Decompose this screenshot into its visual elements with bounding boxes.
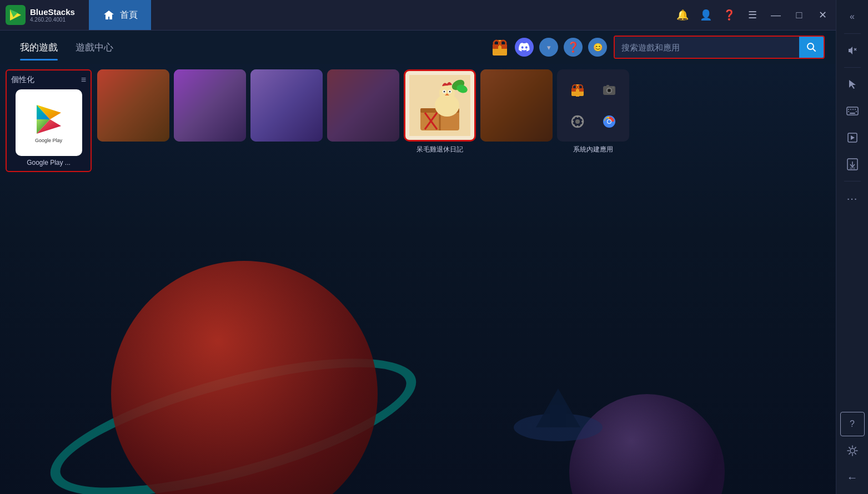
settings-sidebar-btn[interactable] [840, 438, 865, 463]
svg-line-9 [813, 49, 816, 52]
menu-btn[interactable]: ☰ [745, 7, 760, 23]
keyboard-btn[interactable] [840, 99, 865, 123]
panel-title: 個性化 [11, 75, 34, 85]
planet1 [111, 261, 378, 494]
right-sidebar: « [836, 0, 868, 494]
title-bar: BlueStacks 4.260.20.4001 首頁 🔔 👤 ❓ ☰ — □ … [0, 0, 836, 31]
app-item-chicken[interactable]: 呆毛雞退休日記 [404, 69, 476, 154]
app-icon-4 [327, 69, 399, 142]
chicken-game-icon-wrapper [404, 69, 476, 142]
more-btn[interactable]: ··· [840, 186, 865, 210]
svg-rect-48 [581, 120, 584, 122]
svg-rect-12 [550, 405, 566, 427]
bluestacks-logo-icon [6, 5, 26, 25]
panel-header: 個性化 ≡ [11, 75, 86, 85]
app-item-3[interactable] [250, 69, 323, 145]
nav-icons: ▾ ❓ 😊 [490, 38, 607, 57]
title-bar-left: BlueStacks 4.260.20.4001 首頁 [0, 0, 255, 30]
system-apps-label: 系統內建應用 [573, 145, 613, 154]
app-item-5[interactable] [480, 69, 553, 145]
chevron-down-icon[interactable]: ▾ [539, 38, 558, 57]
svg-rect-47 [571, 120, 574, 122]
home-tab-label: 首頁 [120, 9, 138, 21]
svg-marker-58 [849, 80, 856, 89]
gift-btn[interactable] [490, 38, 509, 57]
svg-marker-68 [851, 135, 855, 140]
app-version: 4.260.20.4001 [30, 17, 75, 23]
main-area: BlueStacks 4.260.20.4001 首頁 🔔 👤 ❓ ☰ — □ … [0, 0, 836, 494]
cursor-btn[interactable] [840, 72, 865, 97]
apps-row: 呆毛雞退休日記 [97, 69, 830, 154]
app-logo: BlueStacks 4.260.20.4001 [0, 5, 89, 25]
app-icon-1 [97, 69, 169, 142]
chrome-sys-icon [594, 107, 624, 136]
svg-point-28 [449, 91, 451, 93]
chicken-game-label: 呆毛雞退休日記 [417, 145, 463, 154]
apk-btn[interactable]: APK [840, 152, 865, 177]
personalization-panel: 個性化 ≡ [6, 69, 92, 172]
tab-my-games[interactable]: 我的遊戲 [11, 37, 67, 58]
svg-text:APK: APK [849, 167, 855, 170]
tab-game-center[interactable]: 遊戲中心 [67, 37, 122, 58]
spaceship-silhouette [503, 383, 614, 450]
svg-point-7 [500, 41, 506, 46]
notification-btn[interactable]: 🔔 [675, 7, 690, 23]
close-btn[interactable]: ✕ [815, 7, 830, 23]
system-apps-item[interactable]: 系統內建應用 [557, 69, 629, 154]
sidebar-divider-2 [844, 67, 861, 68]
svg-point-40 [608, 89, 610, 92]
maximize-btn[interactable]: □ [791, 7, 807, 23]
svg-point-55 [608, 120, 611, 123]
google-play-label: Google Play ... [27, 159, 71, 167]
sidebar-divider-3 [844, 181, 861, 182]
user-btn[interactable]: 👤 [698, 7, 714, 23]
svg-rect-46 [576, 125, 578, 128]
back-sidebar-btn[interactable]: ← [840, 465, 865, 490]
chicken-game-svg [409, 75, 470, 136]
nav-right: ▾ ❓ 😊 [122, 36, 825, 59]
svg-point-6 [494, 41, 499, 46]
svg-point-44 [575, 119, 580, 124]
content-area: 個性化 ≡ [0, 64, 836, 494]
google-play-app-item[interactable]: Google Play Google Play ... [11, 89, 86, 167]
svg-rect-45 [576, 115, 578, 118]
volume-btn[interactable] [840, 38, 865, 63]
app-item-1[interactable] [97, 69, 169, 145]
app-name-block: BlueStacks 4.260.20.4001 [30, 7, 75, 23]
app-icon-3 [250, 69, 323, 142]
svg-rect-41 [606, 85, 609, 87]
svg-point-27 [444, 91, 445, 93]
discord-btn[interactable] [515, 38, 534, 57]
minimize-btn[interactable]: — [768, 7, 784, 23]
search-input[interactable] [615, 37, 799, 58]
search-container [614, 36, 825, 59]
app-icon-5 [480, 69, 553, 142]
title-bar-right: 🔔 👤 ❓ ☰ — □ ✕ [255, 7, 836, 23]
app-item-4[interactable] [327, 69, 399, 145]
help-btn[interactable]: ❓ [721, 7, 737, 23]
app-icon-2 [174, 69, 246, 142]
home-tab[interactable]: 首頁 [89, 0, 151, 30]
google-play-text-label: Google Play [35, 138, 62, 143]
svg-point-72 [850, 448, 855, 453]
app-item-2[interactable] [174, 69, 246, 145]
search-button[interactable] [799, 37, 824, 58]
google-play-triangle [32, 103, 66, 136]
gamepad-btn[interactable] [840, 125, 865, 150]
gear-sys-icon [563, 107, 592, 136]
sidebar-expand-btn[interactable]: « [840, 4, 865, 29]
panel-settings-icon[interactable]: ≡ [81, 75, 86, 85]
user-circle-btn[interactable]: 😊 [588, 38, 607, 57]
system-apps-grid [557, 69, 629, 142]
google-play-icon-wrapper: Google Play [16, 89, 82, 156]
question-circle-btn[interactable]: ❓ [564, 38, 583, 57]
home-icon [102, 8, 116, 22]
app-name: BlueStacks [30, 7, 75, 17]
help-sidebar-btn[interactable]: ? [840, 412, 865, 436]
nav-bar: 我的遊戲 遊戲中心 [0, 31, 836, 64]
camera-sys-icon [594, 75, 624, 104]
sidebar-divider-1 [844, 33, 861, 34]
gift-sys-icon [563, 75, 592, 104]
svg-point-42 [612, 87, 614, 88]
